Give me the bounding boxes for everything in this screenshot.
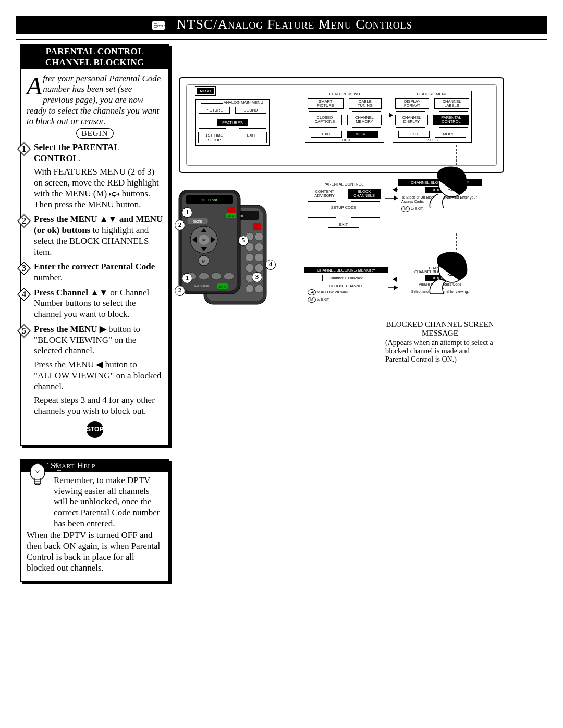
- callout-4: 4: [265, 260, 276, 270]
- step-number-4: 4: [17, 288, 31, 301]
- cbm2-allow: to ALLOW VIEWING: [317, 290, 350, 294]
- svg-point-75: [224, 273, 234, 280]
- svg-point-50: [246, 264, 254, 272]
- svg-text:menu: menu: [193, 219, 202, 223]
- step-number-3: 3: [17, 262, 31, 275]
- menu-btn-block-channels[interactable]: BLOCK CHANNELS: [348, 189, 381, 199]
- step3-rest: number.: [34, 273, 63, 282]
- menu-btn-picture[interactable]: PICTURE: [199, 107, 230, 114]
- svg-marker-31: [393, 277, 397, 282]
- step-2: 2 Press the MENU ▲▼ and MENU (or ok) but…: [27, 214, 163, 257]
- svg-point-37: [445, 266, 448, 270]
- tv-frame: NTSC ANALOG MAIN MENU PICTURESOUND FEATU…: [179, 77, 504, 173]
- menu-btn-channel-memory[interactable]: CHANNEL MEMORY: [347, 115, 382, 125]
- feature-menu-2: FEATURE MENU DISPLAY FORMATCHANNEL LABEL…: [393, 91, 472, 143]
- menu-btn-display-format[interactable]: DISPLAY FORMAT: [395, 98, 429, 109]
- menu-btn-more-fm1[interactable]: MORE...: [347, 131, 378, 138]
- svg-point-74: [211, 273, 222, 280]
- menu-btn-closed-captions[interactable]: CLOSED CAPTIONS: [308, 115, 342, 125]
- heading-line-1: PARENTAL CONTROL: [23, 46, 166, 57]
- step-4: 4 Press Channel ▲▼ or Channel Number but…: [27, 288, 163, 320]
- menu-btn-exit[interactable]: EXIT: [236, 132, 267, 143]
- svg-text:DTV: DTV: [219, 285, 226, 288]
- step-number-2: 2: [17, 214, 31, 228]
- menu-btn-channel-display[interactable]: CHANNEL DISPLAY: [395, 115, 428, 125]
- svg-point-54: [246, 285, 254, 293]
- caption-title: BLOCKED CHANNEL SCREEN MESSAGE: [385, 320, 495, 338]
- menu-btn-exit-fm2[interactable]: EXIT: [398, 131, 430, 138]
- svg-text:4: 4: [22, 290, 26, 299]
- menu-btn-channel-labels[interactable]: CHANNEL LABELS: [434, 98, 469, 109]
- parental-menu: PARENTAL CONTROL CONTENT ADVISORYBLOCK C…: [304, 181, 383, 230]
- feature-menu-1: FEATURE MENU SMART PICTURECABLE TUNING C…: [305, 91, 384, 143]
- callout-2b: 2: [175, 286, 185, 296]
- heading-line-2: CHANNEL BLOCKING: [23, 57, 166, 68]
- svg-text:2: 2: [22, 216, 26, 225]
- svg-marker-32: [394, 285, 398, 290]
- menu-btn-smart-picture[interactable]: SMART PICTURE: [308, 98, 344, 109]
- analog-main-menu: ANALOG MAIN MENU PICTURESOUND FEATURES 1…: [195, 99, 270, 146]
- step1-bold: Select the PARENTAL CONTROL: [34, 142, 119, 163]
- lightbulb-icon: [26, 461, 50, 491]
- svg-rect-43: [253, 223, 261, 230]
- svg-text:ok: ok: [202, 238, 206, 242]
- step4-bold: Press Channel ▲▼: [34, 288, 108, 298]
- page-title-bar: NTSC NTSC/Analog Feature Menu Controls: [16, 16, 547, 34]
- card-heading: PARENTAL CONTROL CHANNEL BLOCKING: [21, 45, 168, 69]
- callout-2a: 2: [175, 220, 185, 230]
- svg-point-38: [455, 266, 458, 270]
- m-key-icon: M: [401, 206, 410, 212]
- menu-btn-exit-pc[interactable]: EXIT: [328, 221, 359, 228]
- svg-text:SD   Analog: SD Analog: [194, 284, 209, 287]
- begin-marker: BEGIN: [27, 128, 163, 139]
- menu-btn-features[interactable]: FEATURES: [217, 119, 248, 126]
- menu-btn-exit-fm1[interactable]: EXIT: [311, 131, 342, 138]
- svg-text:3: 3: [22, 264, 26, 273]
- left-key-icon: ◀: [308, 289, 316, 295]
- user-face-icon-2: [423, 250, 473, 294]
- svg-text:12:37pm: 12:37pm: [201, 198, 217, 202]
- cbm2-choose: CHOOSE CHANNEL: [304, 283, 388, 289]
- parental-control-card: PARENTAL CONTROL CHANNEL BLOCKING A fter…: [20, 44, 169, 446]
- stop-icon: STOP: [87, 421, 103, 438]
- menu-btn-more-fm2[interactable]: MORE...: [435, 131, 466, 138]
- svg-point-55: [255, 285, 263, 293]
- remote-controls: 12:37pm: [172, 190, 291, 312]
- step3-bold: Enter the correct Parental Code: [34, 262, 155, 272]
- svg-marker-8: [117, 192, 119, 196]
- smart-help-p2: When the DPTV is turned OFF and then bac…: [27, 530, 163, 573]
- begin-pill: BEGIN: [76, 128, 114, 139]
- svg-point-25: [30, 464, 45, 480]
- menu-btn-content-advisory[interactable]: CONTENT ADVISORY: [307, 189, 342, 199]
- menu-btn-parental-control[interactable]: PARENTAL CONTROL: [433, 115, 469, 125]
- svg-point-51: [255, 264, 263, 272]
- menu-nav-icon: [109, 190, 119, 199]
- svg-text:1: 1: [22, 144, 26, 153]
- svg-point-35: [455, 180, 458, 184]
- svg-text:M: M: [202, 259, 206, 264]
- menu-btn-first-time-setup[interactable]: 1ST TIME SETUP: [198, 132, 230, 143]
- ntsc-badge: NTSC: [195, 87, 215, 95]
- cbm2-status: Channel 19 blocked: [322, 275, 370, 281]
- step1-detail: With FEATURES MENU (2 of 3) on screen, m…: [34, 167, 163, 210]
- menu-btn-cable-tuning[interactable]: CABLE TUNING: [349, 98, 382, 109]
- cbm1-exit: to EXIT: [411, 207, 423, 211]
- step5-line3: Repeat steps 3 and 4 for any other chann…: [34, 395, 163, 416]
- step-number-5: 5: [17, 324, 31, 338]
- channel-blocking-memory-2: CHANNEL BLOCKING MEMORY Channel 19 block…: [304, 267, 388, 305]
- blocked-caption: BLOCKED CHANNEL SCREEN MESSAGE (Appears …: [385, 320, 495, 364]
- step-number-1: 1: [17, 142, 31, 156]
- menu-btn-setup-code[interactable]: SETUP CODE: [328, 205, 359, 215]
- svg-marker-29: [393, 187, 397, 192]
- caption-sub: (Appears when an attempt to select a blo…: [385, 339, 495, 364]
- svg-point-73: [199, 273, 209, 280]
- menu-btn-sound[interactable]: SOUND: [235, 107, 266, 114]
- diagram-area: NTSC ANALOG MAIN MENU PICTURESOUND FEATU…: [179, 44, 543, 513]
- svg-marker-30: [394, 195, 398, 201]
- page-frame: PARENTAL CONTROL CHANNEL BLOCKING A fter…: [16, 39, 547, 728]
- step-1: 1 Select the PARENTAL CONTROL. With FEAT…: [27, 142, 163, 210]
- step1-period: .: [79, 153, 81, 163]
- svg-point-47: [255, 243, 263, 251]
- step-3: 3 Enter the correct Parental Code number…: [27, 262, 163, 283]
- cbm2-exit: to EXIT: [317, 298, 329, 301]
